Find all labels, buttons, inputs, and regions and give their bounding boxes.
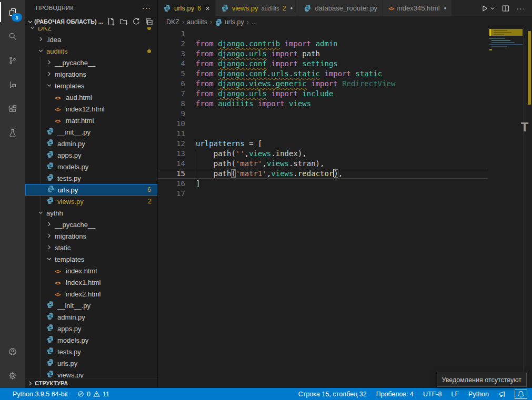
dirty-indicator[interactable]: ●: [444, 6, 447, 11]
status-feedback[interactable]: [498, 391, 506, 398]
python-icon: [46, 312, 54, 320]
tree-item-apps-py[interactable]: apps.py: [25, 323, 158, 334]
editor-scrollbar[interactable]: [523, 28, 532, 388]
workspace-section-header[interactable]: (РАБОЧАЯ ОБЛАСТЬ) ...: [25, 16, 157, 27]
tree-item-init-py[interactable]: __init__.py: [25, 126, 158, 138]
line-number: 16: [158, 179, 185, 189]
activitybar-testing[interactable]: [0, 121, 25, 145]
activitybar-search[interactable]: [0, 24, 25, 48]
tab-problems-badge: 2: [283, 5, 286, 12]
tree-item-admin-py[interactable]: admin.py: [25, 138, 158, 149]
tree-item-templates[interactable]: templates: [25, 253, 158, 265]
minimap[interactable]: [489, 29, 523, 155]
tree-item-label: static: [55, 244, 158, 252]
tree-item-models-py[interactable]: models.py: [25, 161, 158, 172]
activitybar-run-debug[interactable]: [0, 73, 25, 97]
tab-label: urls.py: [174, 4, 194, 12]
tree-item-pycache[interactable]: __pycache__: [25, 57, 158, 68]
run-python-file-button[interactable]: [480, 4, 495, 13]
tree-item-views-py[interactable]: views.py2: [25, 196, 158, 207]
tree-item-urls-py[interactable]: urls.py6: [25, 184, 158, 196]
outline-section-header[interactable]: СТРУКТУРА: [25, 378, 158, 388]
tab-database-roouter-py[interactable]: database_roouter.py: [298, 0, 383, 16]
split-editor-icon[interactable]: [501, 4, 510, 13]
status-problems[interactable]: 011: [77, 391, 109, 398]
refresh-icon[interactable]: [132, 17, 140, 26]
chevron-down-icon: [38, 210, 44, 216]
status-bar: Python 3.9.5 64-bit011 Строка 15, столбе…: [0, 388, 532, 400]
breadcrumb-item[interactable]: ...: [252, 18, 257, 26]
activitybar-extensions[interactable]: [0, 97, 25, 121]
sidebar-title: ПРОВОДНИК: [36, 5, 74, 11]
tree-item-init-py[interactable]: __init__.py: [25, 300, 158, 311]
html-icon: <>: [55, 291, 61, 298]
tree-item-templates[interactable]: templates: [25, 80, 158, 91]
code-line-3: 3from django.urls import path: [158, 49, 488, 59]
breadcrumb-item[interactable]: audiiits: [187, 18, 207, 26]
activitybar-account[interactable]: [0, 340, 25, 364]
problems-badge: 6: [147, 186, 151, 193]
status-encoding[interactable]: UTF-8: [423, 391, 441, 398]
tree-item-index1-html[interactable]: <>index1.html: [25, 276, 158, 288]
status-notifications[interactable]: [515, 390, 527, 398]
tree-item-aud-html[interactable]: <>aud.html: [25, 91, 158, 103]
tree-item-idea[interactable]: .idea: [25, 34, 158, 45]
new-folder-icon[interactable]: [119, 17, 128, 26]
tree-item-apps-py[interactable]: apps.py: [25, 149, 158, 161]
activitybar-source-control[interactable]: [0, 48, 25, 73]
tree-item-label: aythh: [46, 209, 158, 217]
python-icon: [46, 197, 54, 204]
dirty-indicator[interactable]: ●: [290, 6, 293, 11]
tree-item-dkz[interactable]: DKZ: [25, 27, 158, 34]
close-icon[interactable]: ×: [205, 4, 210, 12]
tab-views-py[interactable]: views.pyaudiiits2●: [216, 0, 299, 16]
tree-item-pycache[interactable]: __pycache__: [25, 219, 158, 230]
tree-item-views-py[interactable]: views.py: [25, 369, 158, 378]
sidebar-more-button[interactable]: ···: [142, 4, 151, 12]
status-cursor-position[interactable]: Строка 15, столбец 32: [298, 391, 367, 398]
error-count: 0: [87, 391, 91, 398]
breadcrumb-item[interactable]: urls.py: [215, 18, 244, 26]
tree-item-label: __init__.py: [57, 128, 158, 136]
status-language-mode[interactable]: Python: [468, 391, 489, 398]
tree-item-index12-html[interactable]: <>index12.html: [25, 103, 158, 115]
python-icon: [221, 4, 229, 12]
tree-item-audiiits[interactable]: audiiits: [25, 45, 158, 57]
tree-item-label: templates: [55, 255, 158, 263]
tab-index345-html[interactable]: <>index345.html●: [383, 0, 452, 16]
tree-item-admin-py[interactable]: admin.py: [25, 311, 158, 323]
tree-item-migrations[interactable]: migrations: [25, 230, 158, 242]
tree-item-label: apps.py: [57, 151, 158, 159]
tree-item-models-py[interactable]: models.py: [25, 334, 158, 346]
tree-item-label: __init__.py: [57, 302, 158, 310]
activitybar-settings[interactable]: [0, 364, 25, 388]
tree-item-tests-py[interactable]: tests.py: [25, 172, 158, 184]
new-file-icon[interactable]: [107, 17, 115, 26]
tree-item-aythh[interactable]: aythh: [25, 207, 158, 219]
activitybar-explorer[interactable]: 3: [0, 0, 25, 24]
status-eol[interactable]: LF: [451, 391, 459, 398]
explorer-sidebar: ПРОВОДНИК ··· (РАБОЧАЯ ОБЛАСТЬ) ... DKZ.…: [25, 0, 158, 388]
tree-item-label: matr.html: [66, 117, 158, 125]
tree-item-static[interactable]: static: [25, 242, 158, 253]
tree-item-index2-html[interactable]: <>index2.html: [25, 288, 158, 300]
editor-group: urls.py6×views.pyaudiiits2●database_roou…: [158, 0, 532, 388]
code-editor[interactable]: 12from django.contrib import admin3from …: [158, 28, 532, 388]
tree-item-urls-py[interactable]: urls.py: [25, 357, 158, 369]
collapse-all-icon[interactable]: [145, 17, 153, 26]
python-icon: [46, 358, 54, 366]
more-actions-button[interactable]: ···: [516, 4, 526, 13]
tree-item-matr-html[interactable]: <>matr.html: [25, 115, 158, 126]
line-number: 3: [158, 49, 185, 59]
tree-item-label: apps.py: [57, 325, 158, 333]
status-python-interpreter[interactable]: Python 3.9.5 64-bit: [13, 391, 68, 398]
status-indentation[interactable]: Пробелов: 4: [376, 391, 414, 398]
tree-item-index-html[interactable]: <>index.html: [25, 265, 158, 276]
search-icon: [8, 32, 17, 40]
tree-item-migrations[interactable]: migrations: [25, 68, 158, 80]
tab-urls-py[interactable]: urls.py6×: [158, 0, 216, 16]
tree-item-tests-py[interactable]: tests.py: [25, 346, 158, 357]
python-icon: [47, 185, 55, 193]
breadcrumb-item[interactable]: DKZ: [166, 18, 179, 26]
status-label: Строка 15, столбец 32: [298, 391, 367, 398]
